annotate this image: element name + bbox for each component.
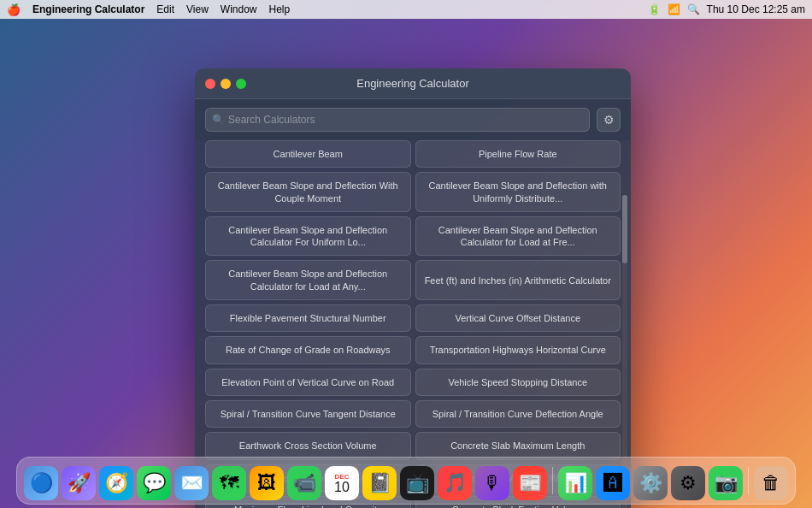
dock-extra[interactable]: ⚙	[671, 466, 705, 500]
calc-button-4-1[interactable]: Vertical Curve Offset Distance	[415, 304, 621, 332]
calc-button-2-1[interactable]: Cantilever Beam Slope and Deflection Cal…	[415, 216, 621, 257]
calc-button-0-1[interactable]: Pipeline Flow Rate	[415, 140, 621, 168]
dock-facetime2[interactable]: 📷	[709, 466, 743, 500]
apple-logo-icon[interactable]: 🍎	[7, 3, 21, 16]
calc-button-8-0[interactable]: Earthwork Cross Section Volume	[205, 432, 411, 459]
dock-systemprefs[interactable]: ⚙️	[633, 466, 668, 500]
calc-button-8-1[interactable]: Concrete Slab Maximum Length	[415, 432, 621, 459]
calc-button-3-1[interactable]: Feet (ft) and Inches (in) Arithmetic Cal…	[415, 260, 621, 300]
dock: 🔵 🚀 🧭 💬 ✉️ 🗺 🖼 📹 DEC 10 📓 📺 🎵 🎙 📰 📊 🅰 ⚙️…	[16, 457, 796, 505]
calc-button-4-0[interactable]: Flexible Pavement Structural Number	[205, 304, 411, 332]
search-input[interactable]	[205, 108, 590, 132]
calc-button-0-0[interactable]: Cantilever Beam	[205, 140, 411, 168]
window-title: Engineering Calculator	[356, 77, 469, 90]
menubar-window[interactable]: Window	[221, 3, 257, 15]
dock-launchpad[interactable]: 🚀	[62, 466, 96, 500]
menubar-help[interactable]: Help	[269, 3, 291, 15]
window-maximize-button[interactable]	[236, 79, 246, 89]
search-area: 🔍 ⚙	[195, 99, 631, 140]
dock-facetime[interactable]: 📹	[287, 466, 321, 500]
dock-mail[interactable]: ✉️	[174, 466, 209, 500]
scroll-thumb	[622, 195, 627, 263]
settings-button[interactable]: ⚙	[597, 108, 621, 132]
menubar-view[interactable]: View	[186, 3, 209, 15]
search-menubar-icon[interactable]: 🔍	[687, 3, 700, 15]
dock-messages[interactable]: 💬	[137, 466, 171, 500]
dock-appletv[interactable]: 📺	[400, 466, 434, 500]
dock-divider	[552, 467, 553, 494]
window-close-button[interactable]	[205, 79, 215, 89]
dock-notes[interactable]: 📓	[362, 466, 397, 500]
menubar-left: 🍎 Engineering Calculator Edit View Windo…	[7, 3, 290, 16]
calc-button-6-0[interactable]: Elevation Point of Vertical Curve on Roa…	[205, 369, 411, 396]
search-input-wrapper: 🔍	[205, 108, 590, 132]
calc-button-1-0[interactable]: Cantilever Beam Slope and Deflection Wit…	[205, 172, 411, 212]
menubar-right: 🔋 📶 🔍 Thu 10 Dec 12:25 am	[648, 3, 805, 15]
dock-finder[interactable]: 🔵	[24, 466, 58, 500]
search-icon: 🔍	[212, 114, 225, 126]
menubar-edit[interactable]: Edit	[156, 3, 174, 15]
dock-news[interactable]: 📰	[513, 466, 547, 500]
desktop: Engineering Calculator 🔍 ⚙ Cantilever Be…	[0, 19, 812, 508]
calc-button-2-0[interactable]: Cantilever Beam Slope and Deflection Cal…	[205, 216, 411, 257]
calculator-grid: Cantilever BeamPipeline Flow RateCantile…	[195, 140, 631, 508]
calc-button-5-0[interactable]: Rate of Change of Grade on Roadways	[205, 336, 411, 363]
dock-numbers[interactable]: 📊	[558, 466, 592, 500]
dock-podcasts[interactable]: 🎙	[475, 466, 509, 500]
dock-safari[interactable]: 🧭	[99, 466, 133, 500]
app-window: Engineering Calculator 🔍 ⚙ Cantilever Be…	[195, 68, 631, 508]
dock-music[interactable]: 🎵	[438, 466, 472, 500]
dock-maps[interactable]: 🗺	[212, 466, 246, 500]
window-controls	[205, 79, 246, 89]
dock-photos[interactable]: 🖼	[250, 466, 284, 500]
wifi-icon: 📶	[668, 3, 680, 15]
calc-button-6-1[interactable]: Vehicle Speed Stopping Distance	[415, 369, 621, 396]
window-minimize-button[interactable]	[221, 79, 231, 89]
window-titlebar: Engineering Calculator	[195, 68, 631, 99]
calc-button-1-1[interactable]: Cantilever Beam Slope and Deflection wit…	[415, 172, 621, 212]
calc-button-7-0[interactable]: Spiral / Transition Curve Tangent Distan…	[205, 400, 411, 428]
calc-button-5-1[interactable]: Transportation Highways Horizontal Curve	[415, 336, 621, 363]
calc-button-7-1[interactable]: Spiral / Transition Curve Deflection Ang…	[415, 400, 621, 428]
battery-icon: 🔋	[648, 3, 661, 15]
dock-trash[interactable]: 🗑	[754, 466, 788, 500]
dock-appstore[interactable]: 🅰	[596, 466, 630, 500]
menubar-app-name[interactable]: Engineering Calculator	[32, 3, 144, 15]
datetime-display: Thu 10 Dec 12:25 am	[707, 3, 805, 15]
menubar: 🍎 Engineering Calculator Edit View Windo…	[0, 0, 812, 19]
calc-button-3-0[interactable]: Cantilever Beam Slope and Deflection Cal…	[205, 260, 411, 300]
dock-calendar[interactable]: DEC 10	[325, 466, 359, 500]
dock-divider-2	[748, 467, 749, 494]
